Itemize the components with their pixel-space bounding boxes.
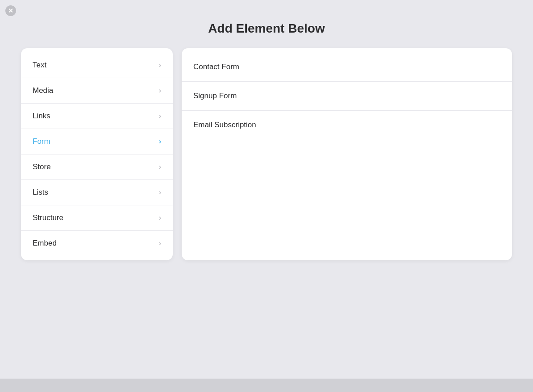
subitem-contact-form[interactable]: Contact Form xyxy=(182,53,512,82)
sidebar-label-form: Form xyxy=(33,137,50,146)
chevron-right-icon: › xyxy=(159,61,161,69)
sidebar-label-structure: Structure xyxy=(33,213,63,222)
sidebar-item-store[interactable]: Store› xyxy=(21,154,173,180)
sidebar-item-form[interactable]: Form› xyxy=(21,129,173,154)
main-content: Text›Media›Links›Form›Store›Lists›Struct… xyxy=(21,48,512,260)
bottom-bar xyxy=(0,379,533,392)
left-panel: Text›Media›Links›Form›Store›Lists›Struct… xyxy=(21,48,173,260)
subitem-email-subscription[interactable]: Email Subscription xyxy=(182,111,512,139)
chevron-right-icon: › xyxy=(159,239,161,247)
sidebar-item-media[interactable]: Media› xyxy=(21,78,173,104)
chevron-right-icon: › xyxy=(159,214,161,222)
sidebar-label-store: Store xyxy=(33,163,51,171)
chevron-right-icon: › xyxy=(159,138,161,146)
sidebar-item-text[interactable]: Text› xyxy=(21,53,173,78)
chevron-right-icon: › xyxy=(159,188,161,196)
sidebar-label-lists: Lists xyxy=(33,188,48,197)
sidebar-item-lists[interactable]: Lists› xyxy=(21,180,173,205)
sidebar-label-embed: Embed xyxy=(33,239,57,248)
close-button[interactable]: ✕ xyxy=(5,5,16,16)
chevron-right-icon: › xyxy=(159,112,161,120)
sidebar-label-media: Media xyxy=(33,86,53,95)
close-icon: ✕ xyxy=(8,8,13,14)
subitem-label-signup-form: Signup Form xyxy=(193,92,237,100)
sidebar-label-text: Text xyxy=(33,61,46,70)
sidebar-item-links[interactable]: Links› xyxy=(21,104,173,129)
chevron-right-icon: › xyxy=(159,87,161,95)
sidebar-label-links: Links xyxy=(33,112,50,121)
sidebar-item-embed[interactable]: Embed› xyxy=(21,231,173,256)
subitem-label-email-subscription: Email Subscription xyxy=(193,121,256,129)
page-title: Add Element Below xyxy=(208,21,325,36)
right-panel: Contact FormSignup FormEmail Subscriptio… xyxy=(182,48,512,260)
sidebar-item-structure[interactable]: Structure› xyxy=(21,205,173,231)
subitem-label-contact-form: Contact Form xyxy=(193,63,239,71)
chevron-right-icon: › xyxy=(159,163,161,171)
subitem-signup-form[interactable]: Signup Form xyxy=(182,82,512,111)
